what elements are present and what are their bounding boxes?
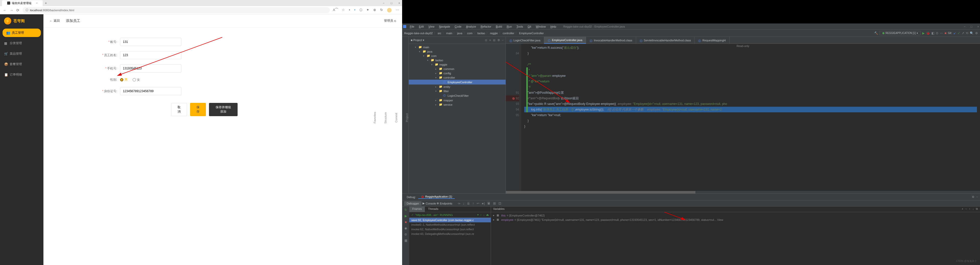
menu-item[interactable]: Run (504, 24, 514, 29)
copy-watch-icon[interactable]: ⧉ (976, 207, 978, 211)
sidebar-item[interactable]: 📋订单明细 (0, 70, 43, 80)
var-expand-icon[interactable]: ▸ (493, 214, 496, 217)
attach-button[interactable]: ⋯ (940, 32, 943, 35)
threads-tab[interactable]: Threads (425, 206, 441, 212)
tree-arrow-icon[interactable]: ▸ (435, 103, 438, 106)
editor-tab[interactable]: ⒸServletInvocableHandlerMethod.class (636, 37, 695, 44)
next-frame-icon[interactable]: ↓ (484, 213, 485, 216)
drop-frame-icon[interactable]: ⤺ (477, 202, 479, 205)
breadcrumb-item[interactable]: reggie (490, 32, 498, 35)
tree-node[interactable]: ▾📁controller (409, 75, 506, 80)
editor-code[interactable]: "kw">return R.success("退出成功"); } /** * *… (521, 44, 980, 191)
frames-tab[interactable]: Frames (409, 206, 425, 212)
run-button[interactable]: ▶ (922, 32, 924, 35)
remove-watch-icon[interactable]: − (966, 207, 967, 211)
tree-node[interactable]: ▾📁main (409, 45, 506, 49)
frame-item[interactable]: save:92, EmployeeController (com.taotao.… (409, 218, 491, 222)
tree-node[interactable]: ▾📁taotao (409, 58, 506, 62)
breadcrumb-item[interactable]: taotao (477, 32, 485, 35)
editor-tab[interactable]: ⒸEmployeeController.java (544, 37, 586, 44)
rerun-icon[interactable]: ↻ (404, 208, 407, 212)
thread-selector[interactable]: "http-nio-808...ain": RUNNING ▾ ↑ ↓ ⏏ (409, 212, 491, 218)
frame-item[interactable]: invoke:43, DelegatingMethodAccessorImpl … (409, 232, 491, 236)
git-history-icon[interactable]: ⟲ (966, 32, 968, 35)
collections-icon[interactable]: ⊕ (373, 8, 376, 13)
favorites-tool-button[interactable]: Favorites (373, 112, 376, 123)
step-over-icon[interactable]: ⤼ (458, 202, 460, 205)
breadcrumb-item[interactable]: Reggie-take-out-day02 (404, 32, 433, 35)
back-link[interactable]: ← 返回 (49, 19, 60, 23)
expand-all-icon[interactable]: ≡ (489, 38, 491, 42)
menu-item[interactable]: Git (525, 24, 533, 29)
tree-node[interactable]: ▾📁java (409, 49, 506, 54)
commit-tool-button[interactable]: Commit (395, 113, 398, 122)
tree-arrow-icon[interactable]: ▸ (435, 68, 438, 70)
build-icon[interactable]: 🔨 (874, 32, 878, 35)
sex-male-radio[interactable]: 男 (120, 78, 127, 82)
tree-arrow-icon[interactable]: ▸ (435, 86, 438, 88)
run-config-selector[interactable]: REGGIEAPPLICATION [1] ▾ (880, 31, 921, 35)
structure-tool-button[interactable]: Structure (384, 112, 387, 124)
debug-settings-icon[interactable]: ⚙ (972, 195, 974, 198)
tab-close-icon[interactable]: × (36, 2, 38, 5)
var-row[interactable]: ▸⊞ employee = {Employee@7461} "Employee{… (493, 217, 978, 222)
breadcrumb-item[interactable]: java (457, 32, 462, 35)
tree-arrow-icon[interactable]: ▸ (435, 99, 438, 102)
menu-item[interactable]: Code (453, 24, 463, 29)
editor-tab[interactable]: ⒸRequestMappingH (695, 37, 729, 44)
git-push-icon[interactable]: ↗ (962, 32, 964, 35)
debug-config-tab[interactable]: 🐞 ReggieApplication (1) (418, 195, 455, 199)
close-button[interactable]: × (399, 2, 400, 5)
breadcrumb-item[interactable]: controller (503, 32, 514, 35)
menu-item[interactable]: Window (534, 24, 548, 29)
browser-tab[interactable]: 瑞吉外卖管理端 × (2, 0, 43, 6)
menu-item[interactable]: Help (548, 24, 558, 29)
tree-arrow-icon[interactable]: ▾ (431, 63, 434, 66)
menu-item[interactable]: File (408, 24, 417, 29)
forward-button[interactable]: → (10, 8, 13, 12)
id-input[interactable] (120, 87, 181, 95)
maximize-button[interactable]: □ (391, 2, 392, 5)
reader-icon[interactable]: A⁀ (333, 8, 338, 13)
tree-node[interactable]: ▾📁filter (409, 89, 506, 93)
layout-icon[interactable]: ▦ (404, 239, 407, 242)
endpoints-tab[interactable]: ⊕ Endpoints (437, 202, 452, 205)
tree-node[interactable]: ▾📁com (409, 54, 506, 58)
view-breakpoints-icon[interactable]: ◉ (404, 227, 407, 230)
frame-filter-icon[interactable]: ⏏ (486, 213, 489, 216)
tree-arrow-icon[interactable]: ▸ (435, 72, 438, 75)
tree-node[interactable]: ⒸEmployeeController (409, 80, 506, 84)
tree-arrow-icon[interactable]: ▾ (427, 59, 430, 62)
menu-item[interactable]: Edit (417, 24, 426, 29)
mute-breakpoints-icon[interactable]: ⊘ (404, 233, 407, 236)
settings-icon[interactable]: ⚙ (975, 32, 978, 35)
step-out-icon[interactable]: ↑ (473, 202, 474, 205)
step-into-icon[interactable]: ↓ (463, 202, 465, 205)
sidebar-item[interactable]: 🛒菜品管理 (0, 49, 43, 59)
debugger-tab[interactable]: Debugger (404, 201, 422, 206)
run-to-cursor-icon[interactable]: ▸| (482, 202, 485, 205)
trace-icon[interactable]: ⊞ (493, 202, 496, 205)
collapse-all-icon[interactable]: ⊟ (493, 38, 495, 42)
menu-item[interactable]: Build (494, 24, 504, 29)
logout-icon[interactable]: ⎋ (394, 19, 396, 23)
editor-tab[interactable]: ⒸLoginCheckFilter.java (506, 37, 544, 44)
tree-node[interactable]: ▸📁mapper (409, 98, 506, 102)
debug-button[interactable]: 🐞 (926, 32, 930, 35)
stop-debug-icon[interactable]: ■ (405, 220, 406, 224)
account-input[interactable] (120, 38, 181, 46)
phone-input[interactable] (120, 64, 181, 73)
sidebar-item[interactable]: 📦套餐管理 (0, 59, 43, 70)
refresh-button[interactable]: ⟳ (16, 8, 19, 12)
ext1-icon[interactable]: ▪ (349, 8, 350, 13)
menu-item[interactable]: Tools (514, 24, 525, 29)
profile-avatar[interactable] (387, 8, 391, 13)
cancel-button[interactable]: 取消 (171, 103, 187, 116)
sidebar-item[interactable]: 👥员工管理 (3, 29, 41, 37)
tree-arrow-icon[interactable]: ▾ (423, 55, 426, 57)
watch-down-icon[interactable]: ↓ (973, 207, 974, 211)
tree-arrow-icon[interactable]: ▾ (419, 50, 422, 53)
frame-item[interactable]: invoke0:-1, NativeMethodAccessorImpl (su… (409, 222, 491, 227)
back-button[interactable]: ← (3, 8, 6, 12)
frame-item[interactable]: invoke:62, NativeMethodAccessorImpl (sun… (409, 227, 491, 232)
